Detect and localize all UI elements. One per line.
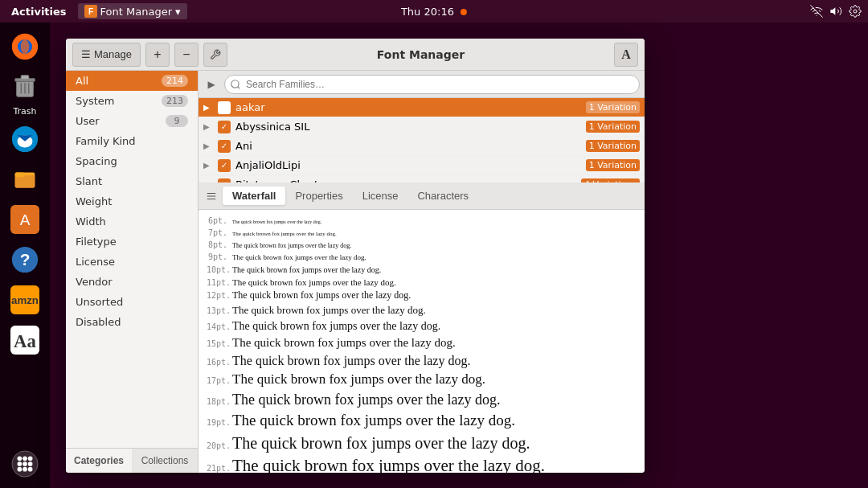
- expand-all-button[interactable]: ▶: [203, 76, 219, 92]
- dock-item-thunderbird[interactable]: [7, 121, 43, 157]
- activities-button[interactable]: Activities: [6, 4, 72, 19]
- sidebar-item-disabled[interactable]: Disabled: [66, 312, 198, 332]
- svg-text:F: F: [88, 7, 93, 16]
- sidebar-item-unsorted[interactable]: Unsorted: [66, 292, 198, 312]
- remove-font-button[interactable]: −: [174, 43, 199, 67]
- sidebar-item-family-kind-label: Family Kind: [76, 135, 136, 147]
- checkmark-icon: ✓: [221, 122, 227, 131]
- sound-icon[interactable]: [829, 5, 842, 18]
- tab-characters[interactable]: Characters: [407, 187, 478, 205]
- preview-row: 6pt.The quick brown fox jumps over the l…: [199, 215, 645, 227]
- wifi-icon[interactable]: [810, 5, 823, 18]
- font-row-anjali[interactable]: ▶ ✓ AnjaliOldLipi 1 Variation: [199, 156, 645, 175]
- dock-item-trash[interactable]: Trash: [7, 69, 43, 117]
- tab-waterfall[interactable]: Waterfall: [223, 187, 285, 205]
- preview-row: 14pt.The quick brown fox jumps over the …: [199, 318, 645, 334]
- font-checkbox-aakar[interactable]: ✓: [218, 101, 231, 114]
- sidebar-item-spacing[interactable]: Spacing: [66, 151, 198, 171]
- sidebar-item-vendor-label: Vendor: [76, 276, 113, 288]
- svg-point-30: [28, 457, 33, 461]
- sidebar-item-all[interactable]: All 214: [66, 71, 198, 91]
- preview-size-label: 21pt.: [207, 463, 227, 473]
- svg-point-36: [28, 467, 33, 472]
- app-name-label: Font Manager: [100, 6, 172, 18]
- tab-categories[interactable]: Categories: [66, 449, 132, 473]
- variation-badge-abyssinica: 1 Variation: [586, 121, 640, 133]
- font-checkbox-anjali[interactable]: ✓: [218, 159, 231, 172]
- variation-badge-aakar: 1 Variation: [586, 101, 640, 113]
- sidebar-item-family-kind[interactable]: Family Kind: [66, 131, 198, 151]
- tools-button[interactable]: [203, 43, 227, 67]
- preview-size-label: 15pt.: [207, 338, 227, 349]
- preview-text: The quick brown fox jumps over the lazy …: [232, 277, 396, 288]
- preview-size-label: 12pt.: [207, 290, 227, 301]
- preview-row: 18pt.The quick brown fox jumps over the …: [199, 390, 645, 410]
- tab-license[interactable]: License: [353, 187, 408, 205]
- font-size-button[interactable]: A: [614, 43, 638, 67]
- dock: Trash A: [0, 23, 50, 488]
- svg-point-29: [23, 457, 27, 461]
- svg-point-32: [23, 461, 27, 466]
- row-expand-arrow: ▶: [203, 103, 216, 112]
- dock-item-files[interactable]: [7, 162, 43, 197]
- dock-item-firefox[interactable]: [7, 29, 43, 64]
- preview-row: 11pt.The quick brown fox jumps over the …: [199, 276, 645, 289]
- font-row-abyssinica[interactable]: ▶ ✓ Abyssinica SIL 1 Variation: [199, 117, 645, 137]
- sidebar-item-spacing-label: Spacing: [76, 155, 117, 167]
- dock-item-apps-grid[interactable]: [7, 446, 43, 482]
- manage-button[interactable]: ☰ Manage: [72, 43, 141, 67]
- row-expand-arrow: ▶: [203, 161, 216, 170]
- font-name-abyssinica: Abyssinica SIL: [235, 121, 586, 133]
- sidebar-item-width[interactable]: Width: [66, 211, 198, 232]
- sidebar-item-vendor[interactable]: Vendor: [66, 272, 198, 292]
- sidebar-item-weight[interactable]: Weight: [66, 191, 198, 211]
- preview-row: 17pt.The quick brown fox jumps over the …: [199, 370, 645, 389]
- app-menu[interactable]: F Font Manager ▾: [78, 3, 187, 19]
- tab-properties[interactable]: Properties: [285, 187, 352, 205]
- tab-collections[interactable]: Collections: [132, 449, 198, 473]
- font-checkbox-ani[interactable]: ✓: [218, 140, 231, 153]
- sidebar-item-unsorted-label: Unsorted: [76, 296, 123, 308]
- tab-menu-icon[interactable]: [203, 188, 219, 204]
- preview-row: 13pt.The quick brown fox jumps over the …: [199, 303, 645, 318]
- font-name-ani: Ani: [235, 140, 586, 152]
- preview-size-label: 19pt.: [207, 417, 227, 428]
- search-input[interactable]: [224, 75, 640, 94]
- sidebar-item-weight-label: Weight: [76, 195, 112, 207]
- system-icon[interactable]: [849, 5, 862, 18]
- sidebar-item-disabled-label: Disabled: [76, 316, 121, 328]
- svg-point-35: [23, 467, 27, 472]
- dock-item-help[interactable]: ?: [7, 242, 43, 277]
- sidebar-item-license[interactable]: License: [66, 252, 198, 272]
- svg-text:A: A: [20, 211, 31, 228]
- add-font-button[interactable]: +: [145, 43, 170, 67]
- notification-indicator: [461, 9, 467, 15]
- preview-waterfall[interactable]: 6pt.The quick brown fox jumps over the l…: [199, 210, 645, 473]
- svg-point-34: [18, 467, 23, 472]
- tools-icon: [210, 49, 221, 60]
- dock-item-amazon[interactable]: amzn: [7, 282, 43, 318]
- sidebar-item-slant[interactable]: Slant: [66, 171, 198, 191]
- font-row-bitstream[interactable]: ▶ ✓ Bitstream Charter 4 Variations: [199, 175, 645, 182]
- topbar: Activities F Font Manager ▾ Thu 20:16: [0, 0, 868, 23]
- preview-text: The quick brown fox jumps over the lazy …: [232, 433, 530, 453]
- font-name-anjali: AnjaliOldLipi: [235, 159, 586, 171]
- dock-item-font-viewer[interactable]: Aa: [7, 322, 43, 358]
- font-checkbox-abyssinica[interactable]: ✓: [218, 121, 231, 133]
- sidebar-item-license-label: License: [76, 256, 115, 268]
- sidebar-item-system[interactable]: System 213: [66, 91, 198, 111]
- preview-text: The quick brown fox jumps over the lazy …: [232, 371, 485, 388]
- sidebar-item-slant-label: Slant: [76, 175, 102, 187]
- font-row-aakar[interactable]: ▶ ✓ aakar 1 Variation: [199, 98, 645, 117]
- sidebar-item-all-badge: 214: [162, 75, 188, 87]
- dock-item-software[interactable]: A: [7, 202, 43, 237]
- row-expand-arrow: ▶: [203, 141, 216, 150]
- preview-text: The quick brown fox jumps over the lazy …: [232, 219, 321, 226]
- sidebar-item-user[interactable]: User 9: [66, 111, 198, 131]
- dock-bottom: [7, 446, 43, 488]
- preview-text: The quick brown fox jumps over the lazy …: [232, 242, 351, 250]
- manage-label: Manage: [94, 48, 132, 60]
- checkmark-icon: ✓: [221, 161, 227, 170]
- font-row-ani[interactable]: ▶ ✓ Ani 1 Variation: [199, 137, 645, 156]
- sidebar-item-filetype[interactable]: Filetype: [66, 232, 198, 252]
